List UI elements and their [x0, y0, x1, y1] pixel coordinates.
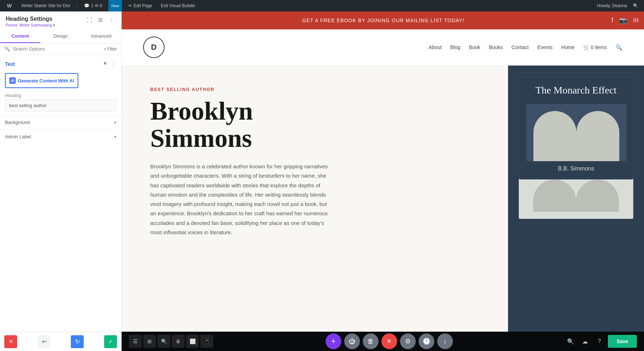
background-section-title: Background	[5, 120, 30, 125]
nav-books[interactable]: Books	[489, 44, 503, 50]
book-art	[526, 104, 626, 161]
text-section-header[interactable]: Text ▲ ⋮	[0, 58, 121, 70]
admin-label-section-title: Admin Label	[5, 134, 31, 139]
site-logo[interactable]: D	[143, 37, 165, 58]
panel-title: Heading Settings	[6, 16, 55, 22]
nav-about[interactable]: About	[429, 44, 442, 50]
heading-label: Heading	[5, 93, 116, 98]
background-chevron-icon: ▾	[114, 120, 116, 125]
comment-icon: 💬	[84, 3, 89, 8]
background-section: Background ▾	[0, 115, 121, 129]
toolbar-add-button[interactable]: +	[326, 333, 341, 349]
more-options-button[interactable]: ⋮	[107, 16, 116, 24]
background-section-header[interactable]: Background ▾	[0, 115, 121, 129]
main-layout: Heading Settings Preset: Writer Subheadi…	[0, 11, 644, 351]
layout-button[interactable]: ⊞	[97, 16, 104, 24]
toolbar-sync-button[interactable]: ↕	[437, 333, 453, 349]
admin-label-section: Admin Label ▾	[0, 129, 121, 144]
nav-blog[interactable]: Blog	[450, 44, 460, 50]
page-content: BEST SELLING AUTHOR BrooklynSimmons Broo…	[122, 66, 644, 332]
fullscreen-button[interactable]: ⛶	[85, 16, 94, 24]
toolbar-tablet-button[interactable]: ⬜	[186, 335, 199, 348]
book-art-shape-left	[533, 111, 576, 161]
toolbar-history-button[interactable]: 🕐	[419, 333, 434, 349]
toolbar-cloud-button[interactable]: ☁	[579, 336, 591, 347]
heading-input[interactable]	[5, 100, 116, 111]
undo-icon: ↩	[42, 338, 47, 345]
toolbar-settings-button[interactable]: ⚙	[400, 333, 416, 349]
panel-header: Heading Settings Preset: Writer Subheadi…	[0, 11, 121, 30]
text-section-title: Text	[5, 61, 15, 67]
reply-icon: ✉	[95, 3, 98, 8]
edit-page-button[interactable]: ✏ Edit Page	[126, 0, 154, 11]
wp-logo-item[interactable]: W	[4, 0, 15, 11]
toolbar-left: ☰ ⊞ 🔍 🖥 ⬜ 📱	[129, 335, 213, 348]
ai-icon: AI	[9, 77, 16, 84]
toolbar-power-button[interactable]: ⏻	[344, 333, 360, 349]
toolbar-grid-button[interactable]: ⊞	[143, 335, 156, 348]
filter-button[interactable]: + Filter	[104, 47, 117, 52]
filter-label: + Filter	[104, 47, 117, 52]
reply-count: 0	[100, 3, 102, 8]
logo-letter: D	[151, 43, 157, 52]
toolbar-menu-button[interactable]: ☰	[129, 335, 142, 348]
new-button[interactable]: New	[108, 0, 122, 11]
admin-bar-right: Howdy, Deanna 🔍	[597, 3, 641, 8]
tab-content[interactable]: Content	[0, 30, 40, 43]
undo-button[interactable]: ↩	[38, 335, 50, 348]
admin-label-section-header[interactable]: Admin Label ▾	[0, 130, 121, 144]
cart-icon: 🛒	[583, 44, 589, 50]
promo-social-icons: f 📷 in	[611, 16, 639, 24]
generate-ai-button[interactable]: AI Generate Content With AI	[5, 73, 78, 88]
panel-content: Text ▲ ⋮ AI Generate Content With AI Hea…	[0, 55, 121, 332]
exit-builder-button[interactable]: Exit Visual Builder	[158, 0, 197, 11]
toolbar-close-button[interactable]: ✕	[381, 333, 397, 349]
toolbar-delete-button[interactable]: 🗑	[363, 333, 379, 349]
toolbar-zoom-button[interactable]: 🔍	[565, 336, 576, 347]
site-name: Writer Starter Site for Divi	[21, 3, 70, 8]
confirm-button[interactable]: ✓	[104, 335, 117, 348]
toolbar-desktop-button[interactable]: 🖥	[172, 335, 185, 348]
tab-advanced[interactable]: Advanced	[81, 30, 121, 43]
toolbar-mobile-button[interactable]: 📱	[200, 335, 213, 348]
content-wrapper: BEST SELLING AUTHOR BrooklynSimmons Broo…	[122, 66, 644, 332]
nav-book[interactable]: Book	[469, 44, 480, 50]
panel-header-row: Heading Settings Preset: Writer Subheadi…	[6, 16, 116, 28]
text-section-actions: ▲ ⋮	[103, 61, 116, 67]
panel-header-icons: ⛶ ⊞ ⋮	[85, 16, 116, 24]
nav-contact[interactable]: Contact	[511, 44, 528, 50]
book-author-name: B.B. Simmons	[526, 165, 626, 172]
redo-button[interactable]: ↻	[71, 335, 84, 348]
text-more-icon[interactable]: ⋮	[111, 61, 116, 67]
toolbar-search-button[interactable]: 🔍	[157, 335, 170, 348]
search-icon-small: 🔍	[4, 46, 10, 52]
site-name-item[interactable]: Writer Starter Site for Divi	[19, 0, 72, 11]
close-button[interactable]: ✕	[4, 335, 17, 348]
linkedin-icon[interactable]: in	[633, 16, 639, 24]
heading-field-group: Heading	[0, 91, 121, 115]
toolbar-help-button[interactable]: ?	[594, 336, 605, 347]
nav-cart[interactable]: 🛒 0 items	[583, 44, 607, 50]
nav-home[interactable]: Home	[561, 44, 575, 50]
toolbar-right: 🔍 ☁ ? Save	[565, 335, 637, 348]
search-button[interactable]: 🔍	[631, 3, 640, 8]
search-row: 🔍 + Filter	[0, 43, 121, 55]
ai-button-label: Generate Content With AI	[18, 78, 74, 83]
comment-count: 1	[91, 3, 93, 8]
close-icon: ✕	[9, 338, 13, 345]
facebook-icon[interactable]: f	[611, 16, 614, 24]
comments-item[interactable]: 💬 1 ✉ 0	[82, 0, 104, 11]
preset-label[interactable]: Preset: Writer Subheading	[6, 23, 52, 27]
book-card-primary: The Monarch Effect B.B. Simmons	[519, 73, 633, 179]
book-display: The Monarch Effect B.B. Simmons	[508, 66, 644, 332]
cart-items-count: 0 items	[591, 44, 607, 50]
ai-icon-label: AI	[11, 79, 14, 83]
instagram-icon[interactable]: 📷	[619, 16, 628, 24]
tab-design[interactable]: Design	[40, 30, 81, 43]
author-bio: Brooklyn Simmons is a celebrated author …	[150, 162, 329, 237]
search-options-input[interactable]	[13, 46, 101, 52]
nav-search-icon[interactable]: 🔍	[615, 44, 623, 51]
nav-events[interactable]: Events	[537, 44, 553, 50]
right-content: GET A FREE EBOOK BY JOINING OUR MAILING …	[122, 11, 644, 351]
save-button[interactable]: Save	[608, 335, 637, 348]
